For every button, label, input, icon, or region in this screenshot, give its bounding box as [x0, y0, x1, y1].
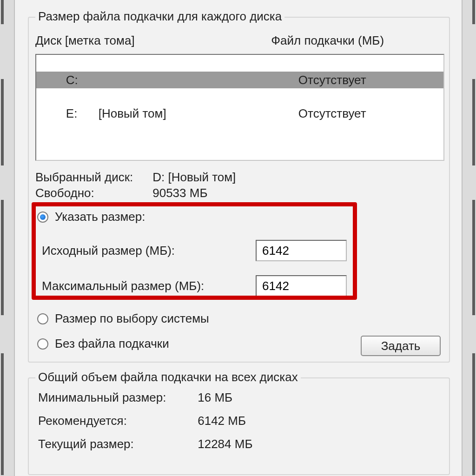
- header-drive: Диск [метка тома]: [35, 33, 268, 48]
- drive-pagefile: Отсутствует: [298, 72, 366, 88]
- initial-size-label: Исходный размер (МБ):: [42, 244, 256, 258]
- radio-icon[interactable]: [37, 338, 48, 350]
- set-button[interactable]: Задать: [361, 336, 441, 356]
- header-pagefile: Файл подкачки (МБ): [271, 33, 384, 48]
- drive-label: [Новый том]: [99, 88, 298, 105]
- per-drive-group-title: Размер файла подкачки для каждого диска: [35, 9, 284, 24]
- artifact: [1, 0, 4, 24]
- radio-no-pagefile-label: Без файла подкачки: [55, 337, 169, 351]
- maximum-size-label: Максимальный размер (МБ):: [42, 279, 256, 293]
- selected-drive-row: Выбранный диск: D: [Новый том]: [35, 170, 236, 185]
- drive-listbox[interactable]: C:Отсутствует D:[Новый том]6142 - 6142 E…: [35, 54, 444, 161]
- free-space-value: 90533 МБ: [152, 186, 207, 200]
- artifact: [472, 0, 475, 24]
- minimum-size-label: Минимальный размер:: [38, 390, 194, 405]
- drive-letter: D:: [66, 88, 99, 105]
- current-size-row: Текущий размер: 12284 МБ: [38, 437, 252, 451]
- selected-drive-value: D: [Новый том]: [152, 170, 236, 184]
- artifact: [472, 353, 475, 475]
- list-item[interactable]: C:Отсутствует: [36, 55, 443, 72]
- artifact: [472, 79, 475, 165]
- drive-label: [Новый том]: [99, 105, 298, 122]
- drive-pagefile: 6142 - 6142: [298, 88, 363, 105]
- recommended-size-label: Рекомендуется:: [38, 414, 194, 428]
- free-space-label: Свободно:: [35, 186, 149, 200]
- drive-pagefile: Отсутствует: [298, 105, 366, 122]
- maximum-size-row: Максимальный размер (МБ):: [42, 275, 347, 297]
- drive-list-headers: Диск [метка тома] Файл подкачки (МБ): [35, 33, 444, 48]
- recommended-size-row: Рекомендуется: 6142 МБ: [38, 414, 246, 428]
- radio-system-managed-label: Размер по выбору системы: [55, 311, 209, 326]
- initial-size-input[interactable]: [256, 240, 347, 261]
- artifact: [1, 79, 4, 165]
- minimum-size-value: 16 МБ: [198, 390, 232, 404]
- radio-icon[interactable]: [37, 313, 48, 324]
- artifact: [1, 353, 4, 475]
- current-size-label: Текущий размер:: [38, 437, 194, 451]
- drive-letter: C:: [66, 72, 99, 88]
- maximum-size-input[interactable]: [256, 275, 347, 297]
- drive-letter: E:: [66, 105, 99, 122]
- total-pagefile-group-title: Общий объем файла подкачки на всех диска…: [35, 370, 301, 384]
- current-size-value: 12284 МБ: [198, 437, 252, 451]
- recommended-size-value: 6142 МБ: [198, 414, 246, 428]
- radio-custom-size-label: Указать размер:: [55, 210, 145, 224]
- free-space-row: Свободно: 90533 МБ: [35, 186, 207, 200]
- radio-icon[interactable]: [37, 212, 48, 223]
- selected-drive-label: Выбранный диск:: [35, 170, 149, 185]
- radio-no-pagefile-row[interactable]: Без файла подкачки: [37, 337, 169, 351]
- radio-system-managed-row[interactable]: Размер по выбору системы: [37, 311, 209, 326]
- artifact: [472, 200, 475, 315]
- minimum-size-row: Минимальный размер: 16 МБ: [38, 390, 232, 405]
- initial-size-row: Исходный размер (МБ):: [42, 240, 347, 261]
- artifact: [1, 200, 4, 315]
- radio-custom-size-row[interactable]: Указать размер:: [37, 210, 145, 224]
- virtual-memory-dialog: Размер файла подкачки для каждого диска …: [14, 0, 463, 476]
- per-drive-group: Размер файла подкачки для каждого диска …: [28, 17, 450, 363]
- total-pagefile-group: Общий объем файла подкачки на всех диска…: [28, 377, 450, 475]
